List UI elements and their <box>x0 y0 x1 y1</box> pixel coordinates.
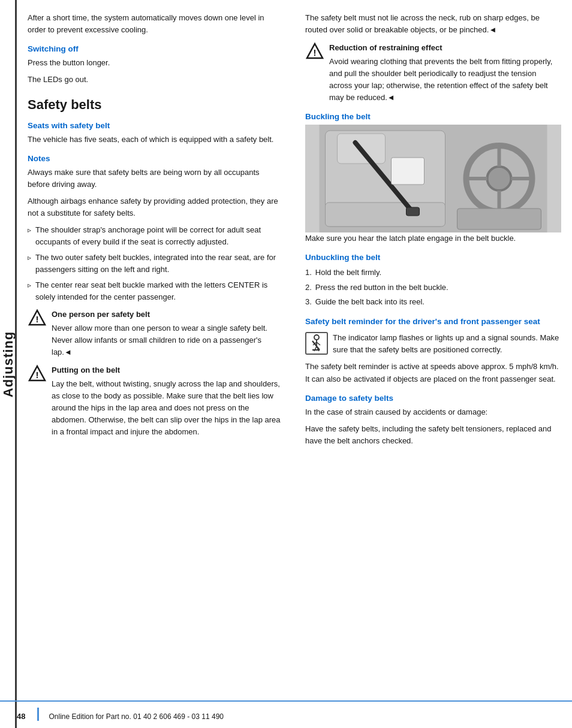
unbuckling-title: Unbuckling the belt <box>305 253 561 262</box>
page-number: 48 <box>17 712 25 721</box>
sidebar: Adjusting <box>0 0 17 728</box>
bullet-text-2: The two outer safety belt buckles, integ… <box>35 252 284 275</box>
reminder-indicator-text: The indicator lamp flashes or lights up … <box>333 332 561 356</box>
bullet-item-3: ▹ The center rear seat belt buckle marke… <box>28 279 284 303</box>
reminder-indicator-block: The indicator lamp flashes or lights up … <box>305 332 561 356</box>
bullet-item-1: ▹ The shoulder strap's anchorage point w… <box>28 224 284 247</box>
svg-text:!: ! <box>36 370 39 380</box>
belt-image <box>305 125 561 232</box>
notes-title: Notes <box>28 154 284 163</box>
main-content: After a short time, the system automatic… <box>17 0 572 728</box>
footer: 48 Online Edition for Part no. 01 40 2 6… <box>0 700 572 728</box>
safety-belts-title: Safety belts <box>28 97 284 113</box>
warning-reduction-title: Reduction of restraining effect <box>329 42 561 54</box>
unbuckling-step-text-2: Press the red button in the belt buckle. <box>315 282 448 294</box>
svg-rect-11 <box>407 207 420 216</box>
warning-putting-belt-text: Putting on the belt Lay the belt, withou… <box>52 364 284 438</box>
unbuckling-step-3: 3. Guide the belt back into its reel. <box>305 296 561 308</box>
warning-putting-belt-body: Lay the belt, without twisting, snugly a… <box>52 378 284 439</box>
damage-para1: In the case of strain caused by accident… <box>305 406 561 418</box>
warning-icon-1: ! <box>28 309 47 328</box>
buckling-text: Make sure you hear the latch plate engag… <box>305 232 561 244</box>
reminder-title: Safety belt reminder for the driver's an… <box>305 316 561 327</box>
seats-with-belt-title: Seats with safety belt <box>28 121 284 130</box>
warning-putting-belt: ! Putting on the belt Lay the belt, with… <box>28 364 284 438</box>
sidebar-label: Adjusting <box>1 331 16 397</box>
warning-reduction: ! Reduction of restraining effect Avoid … <box>305 42 561 104</box>
notes-para1: Always make sure that safety belts are b… <box>28 167 284 191</box>
warning-one-person-body: Never allow more than one person to wear… <box>52 322 284 358</box>
warning-icon-2: ! <box>28 364 47 383</box>
notes-para2: Although airbags enhance safety by provi… <box>28 195 284 219</box>
unbuckling-num-2: 2. <box>305 282 312 294</box>
switching-off-title: Switching off <box>28 44 284 53</box>
warning-putting-belt-title: Putting on the belt <box>52 364 284 376</box>
switching-off-step2: The LEDs go out. <box>28 74 284 86</box>
unbuckling-step-1: 1. Hold the belt firmly. <box>305 267 561 279</box>
bullet-arrow-3: ▹ <box>28 280 31 291</box>
svg-text:!: ! <box>36 314 39 324</box>
unbuckling-step-text-3: Guide the belt back into its reel. <box>315 296 425 308</box>
reminder-body: The safety belt reminder is active at sp… <box>305 361 561 385</box>
warning-one-person-title: One person per safety belt <box>52 309 284 321</box>
unbuckling-num-1: 1. <box>305 267 312 279</box>
bullet-arrow-1: ▹ <box>28 225 31 235</box>
damage-title: Damage to safety belts <box>305 394 561 403</box>
buckling-title: Buckling the belt <box>305 112 561 121</box>
sidebar-bar <box>15 0 17 728</box>
warning-icon-3: ! <box>305 42 324 61</box>
bullet-item-2: ▹ The two outer safety belt buckles, int… <box>28 252 284 275</box>
svg-rect-9 <box>326 203 445 226</box>
damage-para2: Have the safety belts, including the saf… <box>305 423 561 447</box>
bullet-text-3: The center rear seat belt buckle marked … <box>35 279 284 303</box>
warning-one-person-text: One person per safety belt Never allow m… <box>52 309 284 358</box>
svg-rect-19 <box>392 158 425 185</box>
svg-text:!: ! <box>314 47 317 58</box>
warning-reduction-body: Avoid wearing clothing that prevents the… <box>329 56 561 104</box>
intro-text: After a short time, the system automatic… <box>28 12 284 36</box>
notes-bullets: ▹ The shoulder strap's anchorage point w… <box>28 224 284 303</box>
left-column: After a short time, the system automatic… <box>17 12 294 716</box>
right-column: The safety belt must not lie across the … <box>294 12 572 716</box>
unbuckling-step-2: 2. Press the red button in the belt buck… <box>305 282 561 294</box>
svg-point-13 <box>487 167 511 191</box>
unbuckling-num-3: 3. <box>305 296 312 308</box>
bullet-arrow-2: ▹ <box>28 252 31 263</box>
footer-bar <box>37 708 39 721</box>
svg-rect-18 <box>457 209 541 229</box>
warning-one-person: ! One person per safety belt Never allow… <box>28 309 284 358</box>
seats-with-belt-text: The vehicle has five seats, each of whic… <box>28 134 284 146</box>
reminder-indicator-body: The indicator lamp flashes or lights up … <box>333 332 561 356</box>
footer-legal: Online Edition for Part no. 01 40 2 606 … <box>49 712 224 721</box>
seatbelt-indicator-icon <box>305 332 328 355</box>
unbuckling-step-text-1: Hold the belt firmly. <box>315 267 381 279</box>
right-intro-text: The safety belt must not lie across the … <box>305 12 561 36</box>
bullet-text-1: The shoulder strap's anchorage point wil… <box>35 224 284 247</box>
unbuckling-steps: 1. Hold the belt firmly. 2. Press the re… <box>305 267 561 308</box>
switching-off-step1: Press the button longer. <box>28 57 284 69</box>
warning-reduction-text: Reduction of restraining effect Avoid we… <box>329 42 561 104</box>
